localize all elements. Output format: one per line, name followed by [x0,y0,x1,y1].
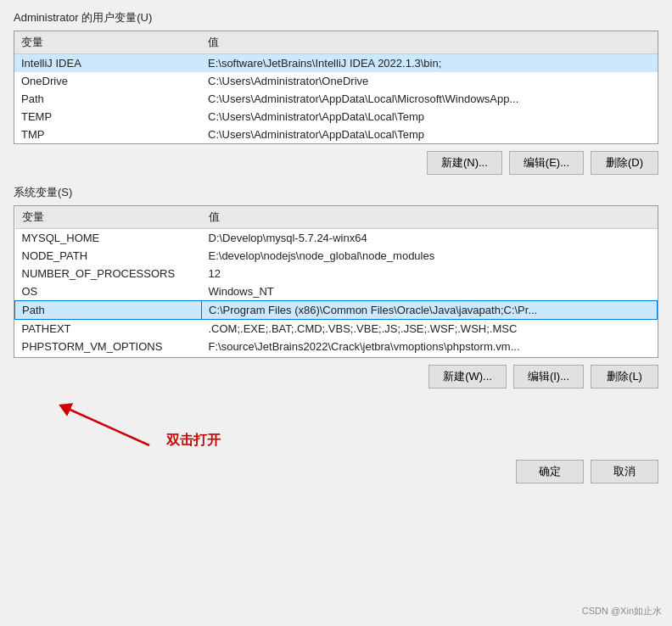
system-table-row[interactable]: OSWindows_NT [15,282,658,301]
system-table-row[interactable]: PHPSTORM_VM_OPTIONSF:\source\JetBrains20… [15,338,658,355]
system-var-cell: Path [15,301,202,320]
user-table-header-row: 变量 值 [14,31,658,54]
system-buttons-row: 新建(W)... 编辑(I)... 删除(L) [14,365,658,388]
system-var-cell: NODE_PATH [15,247,202,265]
user-val-cell: C:\Users\Administrator\AppData\Local\Tem… [201,126,658,143]
user-val-cell: C:\Users\Administrator\OneDrive [201,72,658,90]
user-edit-button[interactable]: 编辑(E)... [509,151,584,175]
system-var-cell: PROCESSOR_ARCHITECTURE [15,355,202,358]
system-new-button[interactable]: 新建(W)... [428,365,507,388]
system-edit-button[interactable]: 编辑(I)... [513,365,584,388]
user-var-cell: OneDrive [14,72,201,90]
system-section-label: 系统变量(S) [14,185,658,200]
system-table-body: MYSQL_HOMED:\Develop\mysql-5.7.24-winx64… [15,229,658,359]
system-col-var-header: 变量 [15,206,202,229]
user-var-cell: TEMP [14,108,201,126]
user-val-cell: C:\Users\Administrator\AppData\Local\Mic… [201,90,658,108]
user-new-button[interactable]: 新建(N)... [427,151,502,175]
user-val-cell: C:\Users\Administrator\AppData\Local\Tem… [201,108,658,126]
system-var-cell: PHPSTORM_VM_OPTIONS [15,338,202,355]
system-var-cell: MYSQL_HOME [15,229,202,248]
system-val-cell: .COM;.EXE;.BAT;.CMD;.VBS;.VBE;.JS;.JSE;.… [202,320,658,338]
user-buttons-row: 新建(N)... 编辑(E)... 删除(D) [14,151,658,175]
system-var-cell: NUMBER_OF_PROCESSORS [15,265,202,282]
system-table-row[interactable]: MYSQL_HOMED:\Develop\mysql-5.7.24-winx64 [15,229,658,248]
system-col-val-header: 值 [202,206,658,229]
ok-button[interactable]: 确定 [516,460,584,483]
system-table-row[interactable]: NODE_PATHE:\develop\nodejs\node_global\n… [15,247,658,265]
system-table-row[interactable]: NUMBER_OF_PROCESSORS12 [15,265,658,282]
bottom-buttons-row: 确定 取消 [14,460,658,483]
system-var-cell: OS [15,282,202,301]
watermark-text: CSDN @Xin如止水 [582,605,662,618]
system-variables-table-container: 变量 值 MYSQL_HOMED:\Develop\mysql-5.7.24-w… [14,205,658,358]
user-section-label: Administrator 的用户变量(U) [14,10,658,25]
system-delete-button[interactable]: 删除(L) [591,365,658,388]
user-variables-table-container: 变量 值 IntelliJ IDEAE:\software\JetBrains\… [14,31,658,144]
system-val-cell: D:\Develop\mysql-5.7.24-winx64 [202,229,658,248]
system-val-cell: AMD64 [202,355,658,358]
arrow-icon [39,399,209,450]
user-val-cell: E:\software\JetBrains\IntelliJ IDEA 2022… [201,54,658,73]
system-table-row[interactable]: PATHEXT.COM;.EXE;.BAT;.CMD;.VBS;.VBE;.JS… [15,320,658,338]
user-var-cell: IntelliJ IDEA [14,54,201,73]
system-variables-table: 变量 值 MYSQL_HOMED:\Develop\mysql-5.7.24-w… [14,206,658,358]
environment-variables-dialog: Administrator 的用户变量(U) 变量 值 IntelliJ IDE… [0,0,672,626]
system-val-cell: E:\develop\nodejs\node_global\node_modul… [202,247,658,265]
user-table-body: IntelliJ IDEAE:\software\JetBrains\Intel… [14,54,658,144]
arrow-annotation: 双击打开 [14,399,658,450]
user-table-row[interactable]: OneDriveC:\Users\Administrator\OneDrive [14,72,658,90]
system-table-header-row: 变量 值 [15,206,658,229]
user-table-row[interactable]: TMPC:\Users\Administrator\AppData\Local\… [14,126,658,143]
user-table-row[interactable]: PathC:\Users\Administrator\AppData\Local… [14,90,658,108]
svg-line-1 [64,407,149,445]
user-var-cell: TMP [14,126,201,143]
user-table-row[interactable]: TEMPC:\Users\Administrator\AppData\Local… [14,108,658,126]
system-val-cell: 12 [202,265,658,282]
system-val-cell: Windows_NT [202,282,658,301]
cancel-button[interactable]: 取消 [591,460,658,483]
system-val-cell: F:\source\JetBrains2022\Crack\jetbra\vmo… [202,338,658,355]
system-val-cell: C:\Program Files (x86)\Common Files\Orac… [202,301,658,320]
user-col-val-header: 值 [201,31,658,54]
user-delete-button[interactable]: 删除(D) [591,151,658,175]
arrow-label: 双击打开 [166,432,221,450]
system-var-cell: PATHEXT [15,320,202,338]
user-table-row[interactable]: IntelliJ IDEAE:\software\JetBrains\Intel… [14,54,658,73]
system-table-row[interactable]: PathC:\Program Files (x86)\Common Files\… [15,301,658,320]
system-table-row[interactable]: PROCESSOR_ARCHITECTUREAMD64 [15,355,658,358]
user-col-var-header: 变量 [14,31,201,54]
user-variables-table: 变量 值 IntelliJ IDEAE:\software\JetBrains\… [14,31,658,143]
user-var-cell: Path [14,90,201,108]
